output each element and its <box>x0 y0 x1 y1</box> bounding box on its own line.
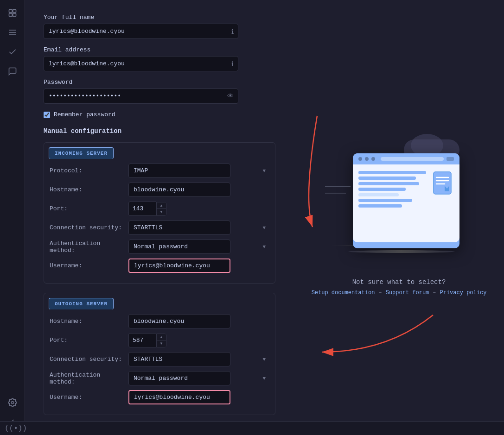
incoming-server-header: INCOMING SERVER <box>49 147 114 159</box>
bottom-bar: ((•)) <box>0 421 504 435</box>
incoming-hostname-wrapper <box>128 183 269 197</box>
illustration-links: Setup documentation – Support forum – Pr… <box>312 290 487 296</box>
browser-shadow <box>348 250 455 253</box>
email-group: Email address ℹ <box>44 46 275 71</box>
doc-line-2 <box>358 177 416 180</box>
outgoing-auth-arrow-icon: ▼ <box>262 376 266 381</box>
incoming-auth-label: Authentication method: <box>50 240 124 254</box>
remember-password-checkbox[interactable] <box>44 112 50 118</box>
doc-line-7 <box>358 204 402 208</box>
incoming-port-spinner-wrapper: ▲ ▼ <box>128 202 269 216</box>
incoming-username-label: Username: <box>50 262 124 269</box>
full-name-group: Your full name ℹ <box>44 14 275 39</box>
full-name-info-icon[interactable]: ℹ <box>231 27 234 35</box>
outgoing-connection-label: Connection security: <box>50 356 124 363</box>
incoming-protocol-row: Protocol: IMAP POP3 ▼ <box>50 164 269 178</box>
incoming-auth-select[interactable]: Normal password OAuth2 Kerberos <box>128 240 230 254</box>
incoming-port-input[interactable] <box>128 202 156 216</box>
outgoing-server-box: OUTGOING SERVER Hostname: Port: <box>44 293 275 415</box>
outgoing-connection-arrow-icon: ▼ <box>262 357 266 362</box>
email-input[interactable] <box>44 56 238 71</box>
incoming-port-row: Port: ▲ ▼ <box>50 202 269 216</box>
form-panel: Your full name ℹ Email address ℹ Passwor… <box>25 0 294 435</box>
account-icon[interactable] <box>4 5 21 21</box>
email-label: Email address <box>44 46 275 53</box>
outgoing-hostname-row: Hostname: <box>50 314 269 328</box>
full-name-wrapper: ℹ <box>44 24 238 39</box>
outgoing-username-input[interactable] <box>128 390 230 404</box>
email-wrapper: ℹ <box>44 56 238 71</box>
remember-password-label: Remember password <box>54 111 115 118</box>
chat-icon[interactable] <box>4 63 21 80</box>
outgoing-username-wrapper <box>128 390 269 404</box>
incoming-auth-row: Authentication method: Normal password O… <box>50 240 269 254</box>
full-name-input[interactable] <box>44 24 238 39</box>
check-icon[interactable] <box>4 44 21 60</box>
setup-documentation-link[interactable]: Setup documentation <box>312 290 375 296</box>
outgoing-port-up-button[interactable]: ▲ <box>157 334 166 340</box>
incoming-port-up-button[interactable]: ▲ <box>157 202 166 209</box>
doc-lines <box>358 171 426 236</box>
incoming-connection-arrow-icon: ▼ <box>262 225 266 231</box>
browser-dot-2 <box>365 157 369 161</box>
incoming-server-box: INCOMING SERVER Protocol: IMAP POP3 ▼ <box>44 142 275 284</box>
browser-window <box>353 153 459 248</box>
svg-rect-0 <box>9 10 12 13</box>
outgoing-port-down-button[interactable]: ▼ <box>157 340 166 347</box>
incoming-port-spinners: ▲ ▼ <box>156 202 166 216</box>
incoming-port-wrapper: ▲ ▼ <box>128 202 269 216</box>
browser-dot-3 <box>371 157 375 161</box>
illustration-container <box>325 139 473 269</box>
outgoing-auth-label: Authentication method: <box>50 372 124 385</box>
dash-1: – <box>378 290 382 296</box>
outgoing-port-input[interactable] <box>128 333 156 347</box>
browser-dot-1 <box>358 157 362 161</box>
illustration-panel: Not sure what to select? Setup documenta… <box>294 0 504 435</box>
incoming-port-down-button[interactable]: ▼ <box>157 209 166 215</box>
deco-line-1 <box>325 186 351 187</box>
settings-icon[interactable] <box>4 394 21 411</box>
outgoing-username-row: Username: <box>50 390 269 404</box>
incoming-connection-wrapper: STARTTLS SSL/TLS None ▼ <box>128 221 269 235</box>
doc-icons <box>431 171 454 236</box>
outgoing-port-spinners: ▲ ▼ <box>156 334 166 347</box>
password-group: Password 👁 <box>44 79 275 104</box>
help-text: Not sure what to select? <box>352 278 446 286</box>
manual-config-title: Manual configuration <box>44 127 275 135</box>
privacy-policy-link[interactable]: Privacy policy <box>440 290 487 296</box>
email-info-icon[interactable]: ℹ <box>231 60 234 68</box>
browser-urlbar <box>381 157 444 161</box>
incoming-port-label: Port: <box>50 205 124 212</box>
password-input[interactable] <box>44 88 238 104</box>
outgoing-port-spinner-wrapper: ▲ ▼ <box>128 333 269 347</box>
outgoing-server-inner: Hostname: Port: ▲ ▼ <box>44 314 275 415</box>
outgoing-connection-row: Connection security: STARTTLS SSL/TLS No… <box>50 352 269 366</box>
browser-menubar <box>447 157 454 161</box>
password-wrapper: 👁 <box>44 88 238 104</box>
browser-titlebar <box>353 153 459 164</box>
outgoing-auth-select[interactable]: Normal password OAuth2 Kerberos <box>128 371 230 385</box>
list-icon[interactable] <box>4 24 21 41</box>
outgoing-port-wrapper: ▲ ▼ <box>128 333 269 347</box>
doc-line-5 <box>358 193 399 196</box>
main-content: Your full name ℹ Email address ℹ Passwor… <box>25 0 504 435</box>
svg-rect-3 <box>13 13 16 17</box>
incoming-protocol-select[interactable]: IMAP POP3 <box>128 164 230 178</box>
outgoing-hostname-input[interactable] <box>128 314 230 328</box>
incoming-username-input[interactable] <box>128 258 230 273</box>
support-forum-link[interactable]: Support forum <box>386 290 429 296</box>
incoming-connection-select[interactable]: STARTTLS SSL/TLS None <box>128 221 230 235</box>
incoming-auth-wrapper: Normal password OAuth2 Kerberos ▼ <box>128 240 269 254</box>
incoming-protocol-arrow-icon: ▼ <box>262 168 266 174</box>
incoming-hostname-input[interactable] <box>128 183 230 197</box>
svg-point-7 <box>11 402 13 404</box>
outgoing-hostname-label: Hostname: <box>50 318 124 325</box>
remember-password-row: Remember password <box>44 111 275 118</box>
outgoing-connection-select[interactable]: STARTTLS SSL/TLS None <box>128 352 230 366</box>
wifi-icon: ((•)) <box>5 424 27 433</box>
incoming-protocol-wrapper: IMAP POP3 ▼ <box>128 164 269 178</box>
sidebar <box>0 0 25 435</box>
outgoing-connection-wrapper: STARTTLS SSL/TLS None ▼ <box>128 352 269 366</box>
outgoing-username-label: Username: <box>50 394 124 401</box>
toggle-password-icon[interactable]: 👁 <box>227 93 234 100</box>
